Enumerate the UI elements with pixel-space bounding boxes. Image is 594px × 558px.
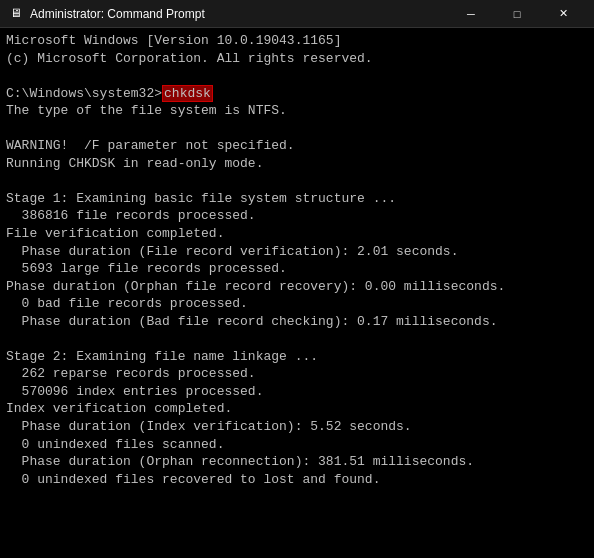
line-23: Phase duration (Index verification): 5.5… xyxy=(6,418,588,436)
line-blank-4 xyxy=(6,330,588,348)
line-20: 262 reparse records processed. xyxy=(6,365,588,383)
close-button[interactable]: ✕ xyxy=(540,0,586,28)
terminal-body: Microsoft Windows [Version 10.0.19043.11… xyxy=(0,28,594,492)
prompt-text: C:\Windows\system32> xyxy=(6,86,162,101)
title-bar-buttons: ─ □ ✕ xyxy=(448,0,586,28)
line-8: Running CHKDSK in read-only mode. xyxy=(6,155,588,173)
line-13: Phase duration (File record verification… xyxy=(6,243,588,261)
line-19: Stage 2: Examining file name linkage ... xyxy=(6,348,588,366)
line-prompt: C:\Windows\system32>chkdsk xyxy=(6,85,588,103)
line-blank-3 xyxy=(6,172,588,190)
line-16: 0 bad file records processed. xyxy=(6,295,588,313)
line-blank-2 xyxy=(6,120,588,138)
line-7: WARNING! /F parameter not specified. xyxy=(6,137,588,155)
title-bar-text: Administrator: Command Prompt xyxy=(30,7,442,21)
line-14: 5693 large file records processed. xyxy=(6,260,588,278)
line-2: (c) Microsoft Corporation. All rights re… xyxy=(6,50,588,68)
line-24: 0 unindexed files scanned. xyxy=(6,436,588,454)
line-1: Microsoft Windows [Version 10.0.19043.11… xyxy=(6,32,588,50)
line-5: The type of the file system is NTFS. xyxy=(6,102,588,120)
title-bar: 🖥 Administrator: Command Prompt ─ □ ✕ xyxy=(0,0,594,28)
line-blank-1 xyxy=(6,67,588,85)
maximize-button[interactable]: □ xyxy=(494,0,540,28)
line-21: 570096 index entries processed. xyxy=(6,383,588,401)
line-26: 0 unindexed files recovered to lost and … xyxy=(6,471,588,489)
chkdsk-command: chkdsk xyxy=(162,85,213,102)
line-22: Index verification completed. xyxy=(6,400,588,418)
line-25: Phase duration (Orphan reconnection): 38… xyxy=(6,453,588,471)
minimize-button[interactable]: ─ xyxy=(448,0,494,28)
line-17: Phase duration (Bad file record checking… xyxy=(6,313,588,331)
line-11: 386816 file records processed. xyxy=(6,207,588,225)
line-10: Stage 1: Examining basic file system str… xyxy=(6,190,588,208)
cmd-icon: 🖥 xyxy=(8,6,24,22)
line-15: Phase duration (Orphan file record recov… xyxy=(6,278,588,296)
line-12: File verification completed. xyxy=(6,225,588,243)
